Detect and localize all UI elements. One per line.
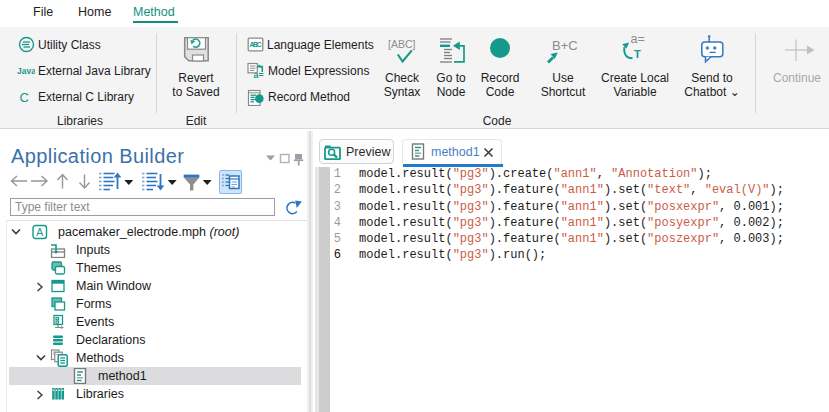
svg-text:a=: a=: [254, 70, 264, 79]
svg-text:A: A: [36, 226, 43, 238]
svg-text:T: T: [634, 48, 641, 60]
svg-text:B+C: B+C: [552, 38, 578, 53]
svg-text:Java: Java: [17, 66, 35, 76]
svg-text:C: C: [20, 90, 29, 105]
svg-text:a=: a=: [631, 36, 645, 46]
svg-text:[ABC]: [ABC]: [388, 38, 416, 50]
svg-text:ABC: ABC: [250, 41, 262, 48]
